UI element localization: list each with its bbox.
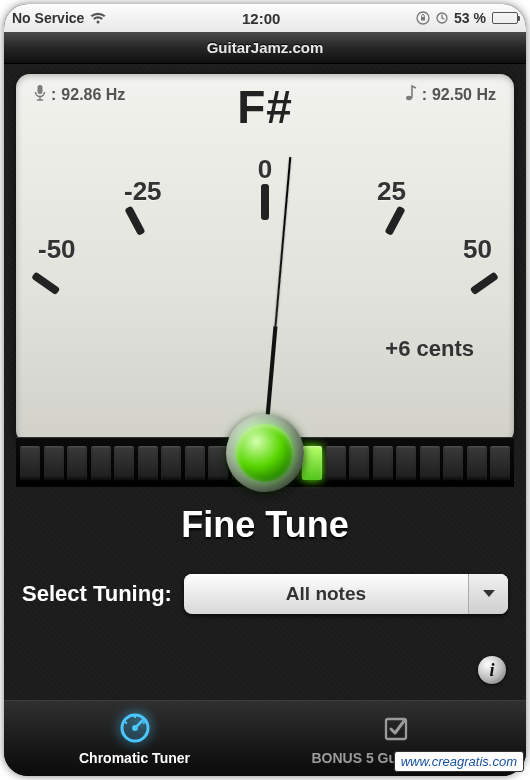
tuning-dropdown-value: All notes	[184, 574, 468, 614]
led	[185, 446, 205, 480]
tick-mark	[31, 272, 60, 296]
tuner-meter: : 92.86 Hz : 92.50 Hz F#	[16, 74, 514, 444]
nav-title: GuitarJamz.com	[207, 39, 324, 56]
led	[420, 446, 440, 480]
led	[467, 446, 487, 480]
cents-readout: +6 cents	[385, 336, 474, 362]
svg-rect-1	[421, 17, 425, 21]
alarm-icon	[436, 12, 448, 24]
tab-chromatic-tuner[interactable]: Chromatic Tuner	[4, 701, 265, 776]
led	[67, 446, 87, 480]
led	[114, 446, 134, 480]
led	[44, 446, 64, 480]
info-button[interactable]: i	[478, 656, 506, 684]
led	[208, 446, 228, 480]
select-tuning-label: Select Tuning:	[22, 581, 172, 607]
svg-line-9	[143, 722, 145, 724]
led	[138, 446, 158, 480]
center-indicator	[226, 414, 304, 492]
orientation-lock-icon	[416, 11, 430, 25]
battery-pct-text: 53 %	[454, 10, 486, 26]
svg-line-7	[135, 720, 143, 728]
led-lit	[302, 446, 322, 480]
led	[443, 446, 463, 480]
scale-label: -50	[38, 234, 76, 265]
clock-text: 12:00	[242, 10, 280, 27]
tick-mark	[124, 206, 145, 236]
gauge-icon	[118, 711, 152, 745]
led	[396, 446, 416, 480]
led	[349, 446, 369, 480]
tick-mark	[384, 206, 405, 236]
dial: -50 -25 0 25 50 +6 cents	[16, 134, 514, 434]
chevron-down-icon	[468, 574, 508, 614]
app-body: : 92.86 Hz : 92.50 Hz F#	[4, 64, 526, 700]
tab-label: Chromatic Tuner	[79, 750, 190, 766]
led	[490, 446, 510, 480]
status-bar: No Service 12:00 53 %	[4, 4, 526, 32]
tuning-row: Select Tuning: All notes	[22, 574, 508, 614]
tick-mark	[261, 184, 269, 220]
nav-bar: GuitarJamz.com	[4, 32, 526, 64]
led	[326, 446, 346, 480]
led	[161, 446, 181, 480]
led	[20, 446, 40, 480]
watermark: www.creagratis.com	[394, 751, 524, 772]
svg-line-8	[125, 722, 127, 724]
scale-label: 25	[377, 176, 406, 207]
carrier-text: No Service	[12, 10, 84, 26]
led	[91, 446, 111, 480]
led	[373, 446, 393, 480]
checklist-icon	[379, 711, 413, 745]
wifi-icon	[90, 12, 106, 24]
scale-label: 0	[16, 154, 514, 185]
detected-note: F#	[16, 80, 514, 134]
scale-label: 50	[463, 234, 492, 265]
battery-icon	[492, 12, 518, 24]
fine-tune-label: Fine Tune	[4, 504, 526, 546]
tuning-dropdown[interactable]: All notes	[184, 574, 508, 614]
tick-mark	[470, 272, 499, 296]
